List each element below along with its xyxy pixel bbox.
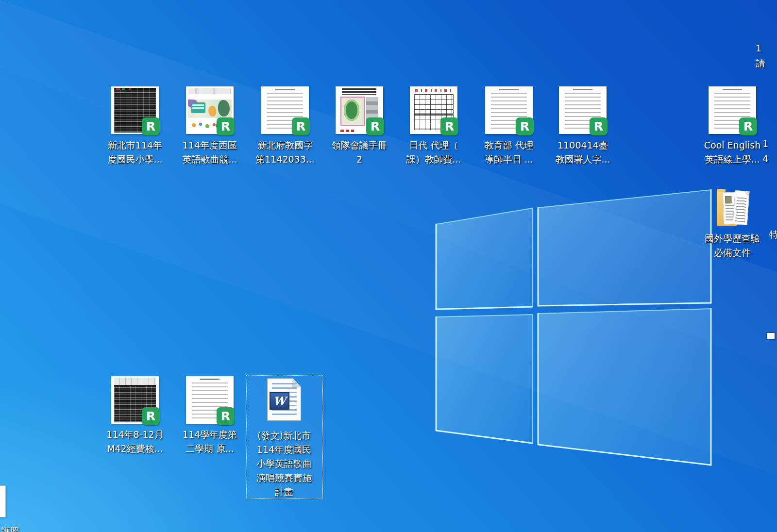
right-label-2: 14 [762,136,776,166]
icon-label-line: 英語歌曲競... [173,152,246,166]
desktop-icon-file-8[interactable]: RCool English英語線上學... [696,86,769,134]
icon-label: 國外學歷查驗必備文件 [696,232,769,260]
icon-label-line: 課）教師費... [397,152,470,166]
top-right-label: 1請 [756,41,768,71]
rightpdf-badge-icon: R [366,117,384,135]
edge-fragment-line: 4 [762,151,776,166]
icon-label: 114年8-12月M42經費核... [99,428,171,456]
icon-label: 教育部 代理導師半日 ... [473,138,545,166]
rightpdf-badge-icon: R [142,117,160,135]
mp-bars [342,88,376,95]
edge-fragment-line: 護照 [1,524,22,532]
icon-label-line: 114學年度第 [173,428,246,442]
edge-fragment-line: 特 [769,227,777,242]
desktop-icon-file-1[interactable]: R新北市114年度國民小學... [99,86,171,134]
rightpdf-badge-icon: R [739,117,757,135]
tableDark2-thumbnail: R [111,376,159,424]
fl-top [188,88,231,94]
desktop-icon-file-2[interactable]: R114年度西區英語歌曲競... [173,86,246,134]
edge-fragment-line: 1 [756,41,768,56]
icon-label: 日代 代理（課）教師費... [397,138,470,166]
icon-label: 114學年度第二學期 原... [173,428,246,456]
icon-label: 114年度西區英語歌曲競... [173,138,246,166]
icon-label-line: M42經費核... [99,442,171,456]
rightpdf-badge-icon: R [217,407,235,425]
fo-doc2 [733,190,750,225]
icon-label-line: 二學期 原... [173,442,246,456]
icon-label-line: 114年度國民 [248,443,321,457]
icon-label-line: 小學英語歌曲 [248,457,321,471]
desktop-icon-file-9[interactable]: R114年8-12月M42經費核... [99,376,171,424]
icon-label-line: 教國署人字... [546,152,619,166]
fl-note [218,100,230,116]
mp-oval [344,100,359,121]
icon-label-line: 新北府教國字 [249,138,321,152]
icon-label-line: 第1142033... [249,152,321,166]
docText-thumbnail: R [261,86,309,134]
icon-label: 1100414臺教國署人字... [546,138,619,166]
desktop-icon-word-doc[interactable]: W(發文)新北市114年度國民小學英語歌曲演唱競賽實施計畫 [248,378,321,421]
icon-label: Cool English英語線上學... [696,138,769,166]
rightpdf-badge-icon: R [217,117,235,135]
icon-label-line: 114年8-12月 [99,428,171,442]
icon-label-line: 英語線上學... [696,152,769,166]
desktop-icon-file-6[interactable]: R教育部 代理導師半日 ... [473,86,545,134]
desktop-icon-file-4[interactable]: R領隊會議手冊2 [323,86,396,134]
tableGrid-thumbnail: R [410,86,457,134]
rightpdf-badge-icon: R [142,407,160,425]
icon-label-line: 必備文件 [696,246,769,260]
folder-thumbnail [716,188,749,229]
bottom-left-doc[interactable] [0,485,6,517]
desktop-icon-file-3[interactable]: R新北府教國字第1142033... [249,86,321,134]
edge-fragment-line: 1 [762,136,776,151]
icon-label-line: 日代 代理（ [397,138,470,152]
icon-label: (發文)新北市114年度國民小學英語歌曲演唱競賽實施計畫 [248,429,321,499]
icon-label-line: 114年度西區 [173,138,246,152]
desktop-icon-file-10[interactable]: R114學年度第二學期 原... [173,376,246,424]
bottom-left-label: 護照 [1,524,22,532]
edge-fragment-line: 請 [756,56,768,71]
icon-label-line: 導師半日 ... [473,152,545,166]
rightpdf-badge-icon: R [292,117,310,135]
rightpdf-badge-icon: R [516,117,534,135]
desktop: R新北市114年度國民小學...R114年度西區英語歌曲競...R新北府教國字第… [0,0,777,532]
right-glyph-bit [767,333,775,339]
rightpdf-badge-icon: R [590,117,608,135]
icon-label-line: (發文)新北市 [248,429,321,443]
map-thumbnail: R [336,86,383,134]
rightpdf-badge-icon: R [440,117,458,135]
icon-label-line: 度國民小學... [99,152,171,166]
icon-label-line: 教育部 代理 [473,138,545,152]
mp-red [340,130,354,132]
icon-label: 領隊會議手冊2 [323,138,396,166]
desktop-icon-file-5[interactable]: R日代 代理（課）教師費... [397,86,470,134]
docText-thumbnail: R [559,86,607,134]
icon-label-line: 1100414臺 [546,138,619,152]
icon-label-line: 2 [323,152,396,166]
icon-label-line: 國外學歷查驗 [696,232,769,246]
icon-label: 新北市114年度國民小學... [99,138,171,166]
docText-thumbnail: R [709,86,756,134]
icon-label-line: Cool English [696,138,769,152]
tableDark-thumbnail: R [111,86,159,134]
flyer-thumbnail: R [186,86,234,134]
icon-label-line: 計畫 [248,485,321,499]
fl-red [192,104,204,106]
desktop-icon-file-7[interactable]: R1100414臺教國署人字... [546,86,619,134]
icon-label-line: 領隊會議手冊 [323,138,396,152]
right-label-3: 特 [769,227,777,242]
word-logo-icon: W [270,392,289,410]
icon-label: 新北府教國字第1142033... [249,138,321,166]
docText-thumbnail: R [186,376,234,424]
docText-thumbnail: R [485,86,533,134]
word-thumbnail: W [267,378,301,421]
icon-label-line: 演唱競賽實施 [248,471,321,485]
desktop-icon-folder-1[interactable]: 國外學歷查驗必備文件 [696,188,769,229]
icon-label-line: 新北市114年 [99,138,171,152]
fl-or [208,106,216,116]
